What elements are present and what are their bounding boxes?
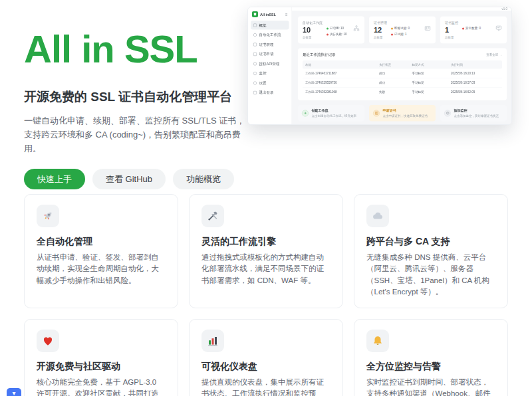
stat-metric: 异常数量: 0	[462, 27, 481, 31]
home-icon	[253, 23, 257, 27]
cell-status: 失败	[379, 90, 412, 94]
quick-action-apply-cert: 申请证书 点击申请证书，快速获取免费证书	[369, 105, 436, 122]
stat-value: 1	[445, 27, 458, 34]
cell-time: 2025/5/6 18:57:03	[451, 81, 499, 84]
bell-icon	[366, 330, 389, 352]
hero-subtitle: 开源免费的 SSL 证书自动化管理平台	[24, 88, 246, 106]
cell-time: 2025/5/6 18:52:09	[451, 90, 499, 94]
monitor-plus-icon	[444, 110, 451, 116]
cell-status: 成功	[379, 80, 412, 85]
column-header: 触发方式	[412, 62, 451, 67]
stat-card-workflow: 自动化工作流 10 总数量 已启用: 10	[298, 17, 364, 44]
feature-card-monitoring-alerts: 全方位监控与告警 实时监控证书到期时间、部署状态，支持多种通知渠道（Webhoo…	[354, 319, 508, 396]
cell-name: 工作流-1746461711887	[305, 71, 379, 76]
github-button[interactable]: 查看 GitHub	[92, 169, 166, 189]
stat-value: 12	[374, 27, 387, 34]
app-main: v1.0 自动化工作流 10 总数量	[292, 7, 512, 125]
cell-name: 工作流-1746352081068	[305, 90, 379, 94]
hero-section: All in SSL 开源免费的 SSL 证书自动化管理平台 一键自动化申请、续…	[24, 29, 246, 189]
table-header-row: 名称 执行状态 触发方式 执行时间	[303, 60, 502, 69]
feature-title: 全方位监控与告警	[366, 361, 495, 373]
widget-icon: ▾	[12, 389, 15, 396]
stat-card-monitoring: 证书监控 1 总数量 异常数量: 0	[440, 17, 507, 44]
tools-icon	[201, 205, 224, 227]
rocket-icon	[37, 205, 59, 227]
certificate-plus-icon	[373, 110, 380, 116]
sidebar-item-label: 退出登录	[259, 90, 274, 96]
feature-card-workflow-engine: 灵活的工作流引擎 通过拖拽式或模板化的方式构建自动化部署流水线，满足不同场景下的…	[189, 194, 343, 308]
certificate-apply-icon	[253, 52, 257, 56]
bar-chart-icon	[201, 330, 224, 352]
app-logo-icon	[252, 11, 258, 17]
sidebar-item-cert-apply: 证书申请	[251, 50, 289, 59]
quick-actions: 创建工作流 点击创建自动化工作流，提升效率 申请证书 点击申请证书，快速获取免费…	[298, 105, 507, 122]
action-title: 添加监控	[454, 108, 499, 113]
table-row: 工作流-1746329559756 成功 手动触发 2025/5/6 18:57…	[303, 78, 502, 88]
metric-label: 已启用: 10	[330, 27, 344, 31]
sidebar-item-api-auth: 授权API管理	[251, 59, 289, 68]
status-dot-orange	[391, 27, 393, 29]
app-sidebar: All inSSL ≡ 概览 自动化工作流 证书管理 证书申请	[248, 7, 292, 125]
sidebar-item-label: 证书管理	[259, 42, 274, 47]
cell-trigger: 手动触发	[412, 80, 451, 85]
stat-metric: 即将过期: 0	[391, 27, 410, 31]
sidebar-item-overview: 概览	[251, 21, 289, 30]
view-all-link: 查看全部 →	[486, 52, 502, 57]
sidebar-item-logout: 退出登录	[251, 88, 289, 98]
sidebar-item-label: 监控	[259, 71, 267, 76]
action-title: 创建工作流	[312, 108, 357, 113]
stat-card-certificates: 证书管理 12 总数量 即将过期: 0	[369, 17, 436, 44]
metric-label: 执行失败: 10	[330, 33, 347, 37]
feature-title: 开源免费与社区驱动	[37, 361, 166, 373]
table-title: 最近工作流执行记录	[303, 52, 336, 58]
column-header: 执行状态	[379, 62, 412, 67]
sidebar-item-label: 证书申请	[259, 52, 274, 57]
features-overview-button[interactable]: 功能概览	[173, 169, 234, 189]
settings-icon	[253, 81, 257, 84]
heart-icon	[37, 330, 59, 352]
stat-cards: 自动化工作流 10 总数量 已启用: 10	[298, 17, 507, 44]
sidebar-item-label: 自动化工作流	[259, 33, 281, 38]
stat-value-label: 总数量	[303, 35, 323, 40]
sidebar-item-label: 授权API管理	[259, 61, 280, 66]
sidebar-item-settings: 设置	[251, 78, 289, 88]
app-logo: All inSSL ≡	[251, 11, 289, 21]
feature-description: 从证书申请、验证、签发、部署到自动续期，实现全生命周期自动化，大幅减少手动操作和…	[37, 252, 166, 286]
cell-trigger: 手动触发	[412, 71, 451, 76]
sidebar-item-monitor: 监控	[251, 69, 289, 78]
column-header: 执行时间	[451, 62, 499, 67]
sidebar-item-cert-manage: 证书管理	[251, 40, 289, 49]
feature-description: 通过拖拽式或模板化的方式构建自动化部署流水线，满足不同场景下的证书部署需求，如 …	[201, 252, 331, 286]
stat-value-label: 总数量	[445, 35, 458, 40]
certificate-manage-icon	[253, 43, 257, 46]
action-desc: 点击创建自动化工作流，提升效率	[312, 114, 357, 118]
landing-page: All in SSL 开源免费的 SSL 证书自动化管理平台 一键自动化申请、续…	[0, 0, 532, 396]
quick-start-button[interactable]: 快速上手	[24, 169, 85, 189]
metric-label: 即将过期: 0	[394, 27, 410, 31]
hero-description: 一键自动化申请、续期、部署、监控所有 SSL/TLS 证书，支持跨云环境和多 C…	[24, 114, 246, 155]
api-auth-icon	[253, 62, 257, 65]
feature-title: 全自动化管理	[37, 236, 166, 248]
stat-metric: 执行失败: 10	[327, 33, 347, 37]
recent-executions-panel: 最近工作流执行记录 查看全部 → 名称 执行状态 触发方式 执行时间 工作流-1…	[298, 49, 507, 101]
stat-title: 证书管理	[374, 21, 387, 25]
cell-trigger: 手动触发	[412, 90, 451, 94]
feature-card-dashboard: 可视化仪表盘 提供直观的仪表盘，集中展示所有证书状态、工作流执行情况和监控预警，…	[189, 319, 343, 396]
table-row: 工作流-1746461711887 成功 手动触发 2025/5/6 18:20…	[303, 69, 502, 78]
workflow-plus-icon	[302, 110, 309, 116]
app-dashboard: All inSSL ≡ 概览 自动化工作流 证书管理 证书申请	[248, 7, 512, 125]
feature-title: 可视化仪表盘	[201, 361, 331, 373]
app-logo-text: All inSSL	[260, 13, 276, 17]
workflow-graph-icon	[353, 25, 360, 40]
monitor-icon	[253, 72, 257, 75]
hero-buttons: 快速上手 查看 GitHub 功能概览	[24, 169, 246, 189]
action-title: 申请证书	[383, 108, 428, 113]
app-content: 自动化工作流 10 总数量 已启用: 10	[292, 11, 512, 126]
cloud-icon	[366, 205, 389, 227]
floating-widget[interactable]: ▾	[7, 388, 21, 396]
feature-description: 核心功能完全免费，基于 AGPL-3.0 许可开源。欢迎社区贡献，共同打造更好的…	[37, 377, 166, 396]
feature-title: 灵活的工作流引擎	[201, 236, 331, 248]
action-desc: 点击申请证书，快速获取免费证书	[383, 114, 428, 118]
quick-action-create-workflow: 创建工作流 点击创建自动化工作流，提升效率	[298, 105, 364, 122]
sidebar-item-workflow: 自动化工作流	[251, 31, 289, 40]
